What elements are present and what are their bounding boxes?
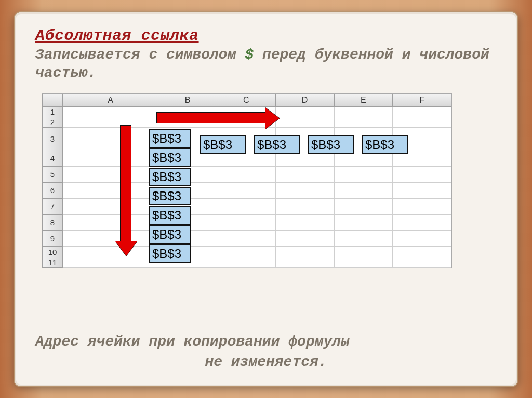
slide-subtitle: Записывается с символом $ перед буквенно… [35,46,497,82]
slide-frame: Абсолютная ссылка Записывается с символо… [15,12,517,386]
cell[interactable] [334,117,393,127]
data-cell-B7: $B$3 [149,206,191,225]
subtitle-text-1: Записывается с символом [35,47,245,63]
row-header-5[interactable]: 5 [43,166,63,182]
cell[interactable] [334,246,393,257]
cell[interactable] [63,117,158,127]
cell[interactable] [275,106,334,117]
cell[interactable] [275,182,334,198]
cell[interactable] [334,182,393,198]
data-cell-B6: $B$3 [149,187,191,205]
row-header-9[interactable]: 9 [43,230,63,246]
cell[interactable] [393,106,451,117]
cell[interactable] [217,230,276,246]
cell[interactable] [334,198,393,214]
cell[interactable] [275,257,334,267]
row-header-11[interactable]: 11 [43,257,63,267]
cell[interactable] [334,106,393,117]
cell[interactable] [275,117,334,127]
cell[interactable] [63,198,158,214]
col-header-A[interactable]: A [63,94,158,106]
cell[interactable] [63,150,158,166]
footer-text: Адрес ячейки при копировании формулы не … [35,332,497,372]
col-header-D[interactable]: D [275,94,334,106]
col-header-F[interactable]: F [393,94,451,106]
slide-title: Абсолютная ссылка [35,27,497,45]
cell[interactable] [393,230,451,246]
col-header-B[interactable]: B [158,94,217,106]
cell[interactable] [275,214,334,230]
row-header-4[interactable]: 4 [43,150,63,166]
column-header-row: A B C D E F [43,94,451,106]
row-header-2[interactable]: 2 [43,117,63,127]
row-header-1[interactable]: 1 [43,106,63,117]
arrow-right-icon [156,112,265,123]
dollar-symbol: $ [245,47,262,63]
row-header-6[interactable]: 6 [43,182,63,198]
data-cell-B4: $B$3 [149,148,191,167]
cell[interactable] [63,230,158,246]
cell[interactable] [217,198,276,214]
row-header-8[interactable]: 8 [43,214,63,230]
cell[interactable] [275,198,334,214]
cell[interactable] [63,106,158,117]
cell[interactable] [63,257,158,267]
col-header-C[interactable]: C [217,94,276,106]
cell[interactable] [275,166,334,182]
row-header-10[interactable]: 10 [43,246,63,257]
cell[interactable] [393,198,451,214]
row-header-7[interactable]: 7 [43,198,63,214]
cell[interactable] [393,214,451,230]
row-header-3[interactable]: 3 [43,127,63,150]
cell[interactable] [217,214,276,230]
spreadsheet-container: A B C D E F 1 2 3 4 5 6 7 8 9 10 11 [42,93,452,268]
footer-line-1: Адрес ячейки при копировании формулы [35,332,497,352]
cell[interactable] [393,117,451,127]
cell[interactable] [63,182,158,198]
data-cell-C3: $B$3 [200,135,246,154]
data-cell-B5: $B$3 [149,168,191,186]
cell[interactable] [393,257,451,267]
cell[interactable] [275,246,334,257]
data-cell-E3: $B$3 [308,135,354,154]
data-cell-B9: $B$3 [149,244,191,263]
data-cell-B8: $B$3 [149,225,191,244]
cell[interactable] [393,246,451,257]
cell[interactable] [334,214,393,230]
cell[interactable] [63,246,158,257]
cell[interactable] [393,182,451,198]
cell[interactable] [334,166,393,182]
cell[interactable] [217,246,276,257]
cell[interactable] [217,257,276,267]
col-header-E[interactable]: E [334,94,393,106]
cell[interactable] [63,127,158,150]
data-cell-D3: $B$3 [254,135,300,154]
cell[interactable] [334,257,393,267]
cell[interactable] [334,230,393,246]
footer-line-2: не изменяется. [35,352,497,372]
cell[interactable] [63,166,158,182]
cell[interactable] [217,182,276,198]
cell[interactable] [393,166,451,182]
spreadsheet: A B C D E F 1 2 3 4 5 6 7 8 9 10 11 [42,93,452,268]
cell[interactable] [217,166,276,182]
corner-cell[interactable] [43,94,63,106]
data-cell-F3: $B$3 [362,135,408,154]
cell[interactable] [275,230,334,246]
data-cell-B3: $B$3 [149,129,191,148]
cell[interactable] [63,214,158,230]
arrow-down-icon [120,125,131,242]
